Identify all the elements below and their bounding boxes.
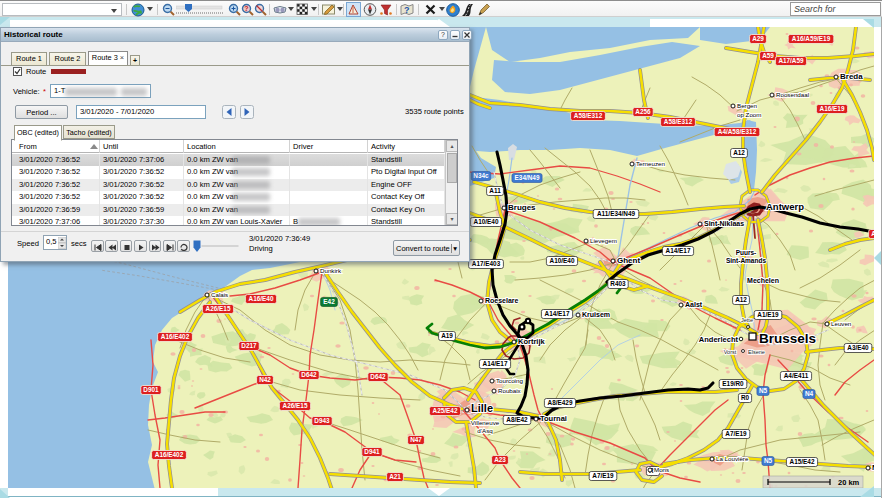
svg-text:A14/E17: A14/E17 xyxy=(666,247,691,254)
svg-text:Brussels: Brussels xyxy=(759,331,816,346)
svg-text:Aalst: Aalst xyxy=(685,301,703,308)
svg-text:Mons: Mons xyxy=(654,466,669,473)
svg-text:Calais: Calais xyxy=(211,291,228,298)
svg-text:A12: A12 xyxy=(735,296,747,303)
svg-text:Tournai: Tournai xyxy=(540,414,567,423)
svg-text:Ghent: Ghent xyxy=(617,256,640,265)
svg-text:Anderlecht: Anderlecht xyxy=(699,335,739,344)
svg-text:A21: A21 xyxy=(871,230,874,237)
svg-text:A10/E40: A10/E40 xyxy=(550,257,575,264)
svg-text:A256: A256 xyxy=(635,108,651,115)
svg-text:R0: R0 xyxy=(741,394,750,401)
svg-text:A3/E40: A3/E40 xyxy=(847,344,869,351)
svg-text:A26/E15: A26/E15 xyxy=(206,305,231,312)
svg-text:op Zoom: op Zoom xyxy=(737,111,761,118)
svg-text:Sint-Niklaas: Sint-Niklaas xyxy=(704,220,744,227)
svg-text:A8/E42: A8/E42 xyxy=(506,416,528,423)
svg-text:Roosendaal: Roosendaal xyxy=(776,91,809,98)
svg-text:A11/E34/N49: A11/E34/N49 xyxy=(597,210,635,217)
svg-text:A21: A21 xyxy=(389,473,401,480)
svg-text:A23: A23 xyxy=(494,456,506,463)
svg-text:A12: A12 xyxy=(733,149,745,156)
svg-text:Sint-Amands: Sint-Amands xyxy=(726,257,766,264)
svg-text:N4: N4 xyxy=(805,390,814,397)
svg-text:Roubaix: Roubaix xyxy=(498,387,522,394)
svg-text:N5: N5 xyxy=(764,457,773,464)
svg-text:R403: R403 xyxy=(610,280,626,287)
svg-text:A16/E402: A16/E402 xyxy=(155,451,184,458)
svg-text:Antwerp: Antwerp xyxy=(766,201,804,212)
svg-text:Vorst: Vorst xyxy=(724,349,737,355)
svg-text:N: N xyxy=(872,463,874,472)
svg-text:A11: A11 xyxy=(489,187,501,194)
svg-text:A29: A29 xyxy=(752,35,764,42)
svg-text:E34/N49: E34/N49 xyxy=(515,174,540,181)
svg-text:Kortrijk: Kortrijk xyxy=(518,337,546,346)
svg-text:Lille: Lille xyxy=(471,402,493,414)
svg-text:E19/R0: E19/R0 xyxy=(722,380,744,387)
svg-text:D941: D941 xyxy=(364,448,380,455)
svg-text:A58/E312: A58/E312 xyxy=(664,118,693,125)
svg-text:Dunkirk: Dunkirk xyxy=(320,267,342,274)
svg-text:A1/E19: A1/E19 xyxy=(757,311,779,318)
svg-text:A19: A19 xyxy=(441,332,453,339)
svg-text:Bergen: Bergen xyxy=(737,102,758,109)
svg-text:Leuven: Leuven xyxy=(831,320,852,327)
svg-text:A15/E42: A15/E42 xyxy=(790,458,815,465)
svg-text:A25/E42: A25/E42 xyxy=(433,407,458,414)
svg-text:N34c: N34c xyxy=(473,172,489,179)
svg-text:A17/E403: A17/E403 xyxy=(472,260,501,267)
svg-text:20 km: 20 km xyxy=(838,478,860,487)
svg-text:Terneuzen: Terneuzen xyxy=(636,160,665,167)
svg-text:Breda: Breda xyxy=(840,72,863,81)
svg-text:N42: N42 xyxy=(259,376,271,383)
svg-text:Jette: Jette xyxy=(741,317,753,323)
svg-text:A7/E19: A7/E19 xyxy=(592,472,614,479)
svg-text:A10/E40: A10/E40 xyxy=(474,218,499,225)
svg-text:E42: E42 xyxy=(323,298,335,305)
svg-text:D943: D943 xyxy=(314,417,330,424)
svg-text:A14/E17: A14/E17 xyxy=(483,360,508,367)
svg-text:D642: D642 xyxy=(301,371,317,378)
svg-text:A16/E19: A16/E19 xyxy=(820,105,845,112)
svg-text:A58/E312: A58/E312 xyxy=(574,112,603,119)
svg-text:A16/E402: A16/E402 xyxy=(161,333,190,340)
svg-text:Tourcoing: Tourcoing xyxy=(496,377,523,384)
svg-text:A16/E40: A16/E40 xyxy=(249,295,274,302)
svg-text:Mechelen: Mechelen xyxy=(747,277,779,284)
svg-text:A17/A59: A17/A59 xyxy=(778,57,804,64)
svg-text:Lievegem: Lievegem xyxy=(590,237,617,244)
svg-text:Puurs-: Puurs- xyxy=(736,249,757,256)
svg-text:Villeneuve: Villeneuve xyxy=(471,419,500,426)
svg-text:Kruisem: Kruisem xyxy=(582,311,610,318)
svg-text:Bruges: Bruges xyxy=(508,203,536,212)
svg-text:La Louvière: La Louvière xyxy=(716,455,749,462)
svg-text:N5: N5 xyxy=(759,387,768,394)
svg-text:Elsene: Elsene xyxy=(748,349,765,355)
svg-text:A7/E19: A7/E19 xyxy=(725,430,747,437)
svg-text:A14/E17: A14/E17 xyxy=(545,310,570,317)
svg-text:D642: D642 xyxy=(370,373,386,380)
svg-text:?: ? xyxy=(244,5,248,12)
svg-text:A26/E15: A26/E15 xyxy=(283,402,308,409)
svg-text:A16/A59/E19: A16/A59/E19 xyxy=(792,35,831,42)
svg-text:D901: D901 xyxy=(143,386,159,393)
svg-text:A4/E411: A4/E411 xyxy=(784,372,809,379)
svg-text:A59: A59 xyxy=(762,52,774,59)
svg-text:N47: N47 xyxy=(410,436,422,443)
svg-text:D217: D217 xyxy=(241,342,257,349)
svg-text:d’Asq: d’Asq xyxy=(477,427,493,434)
svg-text:?: ? xyxy=(404,5,410,15)
svg-text:Roeselare: Roeselare xyxy=(485,297,519,304)
svg-text:A8/E429: A8/E429 xyxy=(548,399,573,406)
svg-text:A4/A58/E312: A4/A58/E312 xyxy=(718,128,757,135)
